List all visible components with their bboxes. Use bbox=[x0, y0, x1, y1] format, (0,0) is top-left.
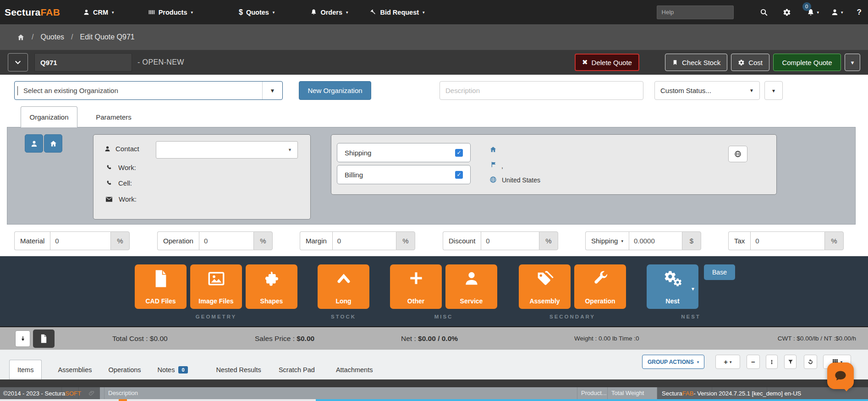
grid-col-total-weight[interactable]: Total Weight bbox=[608, 387, 657, 399]
account-button[interactable]: ▾ bbox=[831, 8, 843, 16]
operation-rate-input[interactable] bbox=[199, 231, 253, 250]
custom-status-select[interactable]: Custom Status... ▼ bbox=[654, 81, 760, 100]
remove-item-button[interactable]: − bbox=[747, 355, 760, 369]
base-button[interactable]: Base bbox=[704, 264, 735, 280]
complete-quote-button[interactable]: Complete Quote bbox=[773, 54, 841, 71]
menu-quotes[interactable]: $ Quotes▾ bbox=[239, 8, 275, 16]
menu-products-label: Products bbox=[159, 9, 187, 16]
contact-select[interactable]: ▼ bbox=[156, 141, 298, 159]
tab-items[interactable]: Items bbox=[9, 360, 42, 379]
tab-operations-label: Operations bbox=[109, 366, 141, 374]
shapes-label: Shapes bbox=[246, 297, 297, 305]
user-icon bbox=[104, 145, 111, 152]
brand-logo[interactable]: SecturaFAB bbox=[5, 7, 60, 18]
phone-cell-row: Cell: bbox=[105, 179, 132, 187]
tab-attachments[interactable]: Attachments bbox=[328, 360, 381, 379]
breadcrumb-separator: / bbox=[32, 33, 33, 41]
operation-tile[interactable]: Operation bbox=[574, 264, 626, 309]
notifications-button[interactable]: 0 ▾ bbox=[807, 8, 819, 16]
delete-quote-button[interactable]: ✖ Delete Quote bbox=[575, 54, 639, 71]
search-icon[interactable] bbox=[760, 8, 768, 16]
margin-rate-input[interactable] bbox=[332, 231, 396, 250]
cad-files-tile[interactable]: CAD Files bbox=[135, 264, 187, 309]
caret-down-icon: ▾ bbox=[817, 10, 819, 15]
bell-icon bbox=[310, 9, 317, 16]
status-more-button[interactable]: ▾ bbox=[764, 81, 783, 100]
tab-notes[interactable]: Notes0 bbox=[150, 360, 196, 379]
organization-bar: Select an existing Organization ▼ New Or… bbox=[0, 75, 868, 106]
shapes-tile[interactable]: Shapes bbox=[246, 264, 297, 309]
breadcrumb-quotes[interactable]: Quotes bbox=[40, 33, 64, 41]
quote-number-input[interactable] bbox=[34, 53, 132, 71]
billing-checkbox[interactable]: ✓ bbox=[455, 171, 463, 179]
nest-tile[interactable]: ▼ Nest bbox=[647, 264, 698, 309]
service-tile[interactable]: Service bbox=[445, 264, 497, 309]
sort-button[interactable] bbox=[766, 355, 778, 369]
shipping-rate-dropdown[interactable]: Shipping▾ bbox=[585, 231, 629, 250]
quote-more-actions-button[interactable]: ▾ bbox=[845, 54, 860, 71]
caret-down-icon: ▾ bbox=[841, 10, 843, 15]
footer-brand-fab: FAB bbox=[682, 390, 694, 397]
user-icon bbox=[445, 269, 497, 287]
new-organization-button[interactable]: New Organization bbox=[299, 81, 371, 100]
operation-rate-unit: % bbox=[253, 231, 273, 250]
phone-icon bbox=[105, 164, 112, 171]
organization-home-button[interactable] bbox=[44, 134, 62, 153]
tab-organization[interactable]: Organization bbox=[21, 106, 77, 127]
group-actions-button[interactable]: GROUP ACTIONS▾ bbox=[642, 355, 704, 369]
tax-rate-input[interactable] bbox=[750, 231, 824, 250]
map-globe-button[interactable] bbox=[728, 146, 747, 162]
total-cost: Total Cost : $0.00 bbox=[112, 327, 168, 350]
check-stock-button[interactable]: Check Stock bbox=[665, 54, 727, 71]
globe-icon bbox=[489, 176, 497, 183]
contact-person-button[interactable] bbox=[25, 134, 43, 153]
gear-icon[interactable] bbox=[783, 8, 791, 16]
description-input[interactable] bbox=[439, 81, 643, 100]
other-tile[interactable]: Other bbox=[390, 264, 442, 309]
cost-button[interactable]: Cost bbox=[731, 54, 769, 71]
check-icon: ✓ bbox=[456, 171, 461, 178]
organization-select[interactable]: Select an existing Organization ▼ bbox=[14, 81, 283, 100]
long-stock-label: Long bbox=[318, 297, 369, 305]
x-icon: ✖ bbox=[582, 58, 588, 66]
tab-parameters[interactable]: Parameters bbox=[88, 106, 139, 127]
menu-crm[interactable]: CRM▾ bbox=[83, 9, 114, 16]
grid-col-product[interactable]: Product... bbox=[577, 387, 608, 399]
help-search-input[interactable] bbox=[657, 5, 734, 19]
shipping-rate-input[interactable] bbox=[629, 231, 682, 250]
assembly-tile[interactable]: Assembly bbox=[519, 264, 571, 309]
tab-operations[interactable]: Operations bbox=[101, 360, 149, 379]
check-stock-label: Check Stock bbox=[682, 59, 720, 66]
filter-button[interactable] bbox=[784, 355, 797, 369]
brand-sectura: Sectura bbox=[5, 7, 40, 17]
long-stock-tile[interactable]: Long bbox=[318, 264, 369, 309]
home-icon[interactable] bbox=[17, 33, 25, 41]
material-rate-group: Material % bbox=[14, 231, 130, 250]
tab-nested-results[interactable]: Nested Results bbox=[209, 360, 269, 379]
cwt-nt: CWT : $0.00/lb / NT :$0.00/h bbox=[778, 327, 856, 350]
shipping-checkbox[interactable]: ✓ bbox=[455, 149, 463, 157]
grid-col-description[interactable]: Description bbox=[104, 387, 577, 399]
menu-bid-request[interactable]: Bid Request▾ bbox=[370, 9, 424, 16]
menu-crm-label: CRM bbox=[93, 9, 108, 16]
add-item-tiles: CAD Files Image Files Shapes Long Other … bbox=[0, 256, 868, 326]
help-question-icon[interactable]: ? bbox=[857, 8, 862, 17]
discount-rate-input[interactable] bbox=[481, 231, 539, 250]
phone-work-row: Work: bbox=[105, 164, 136, 171]
quote-collapse-button[interactable] bbox=[8, 53, 28, 71]
download-button[interactable] bbox=[15, 330, 30, 347]
menu-products[interactable]: Products▾ bbox=[148, 9, 193, 16]
notification-badge: 0 bbox=[802, 2, 811, 11]
document-button[interactable] bbox=[33, 330, 55, 348]
caret-down-icon: ▾ bbox=[772, 88, 775, 94]
tab-scratch-pad[interactable]: Scratch Pad bbox=[271, 360, 323, 379]
tab-assemblies[interactable]: Assemblies bbox=[50, 360, 99, 379]
plus-icon: + bbox=[724, 358, 728, 366]
image-files-tile[interactable]: Image Files bbox=[190, 264, 242, 309]
add-item-button[interactable]: +▾ bbox=[715, 355, 740, 369]
chat-launcher-button[interactable] bbox=[827, 363, 854, 389]
footer-brand-sectura: Sectura bbox=[662, 390, 682, 397]
refresh-button[interactable] bbox=[804, 355, 817, 369]
material-rate-input[interactable] bbox=[50, 231, 110, 250]
menu-orders[interactable]: Orders▾ bbox=[310, 9, 348, 16]
